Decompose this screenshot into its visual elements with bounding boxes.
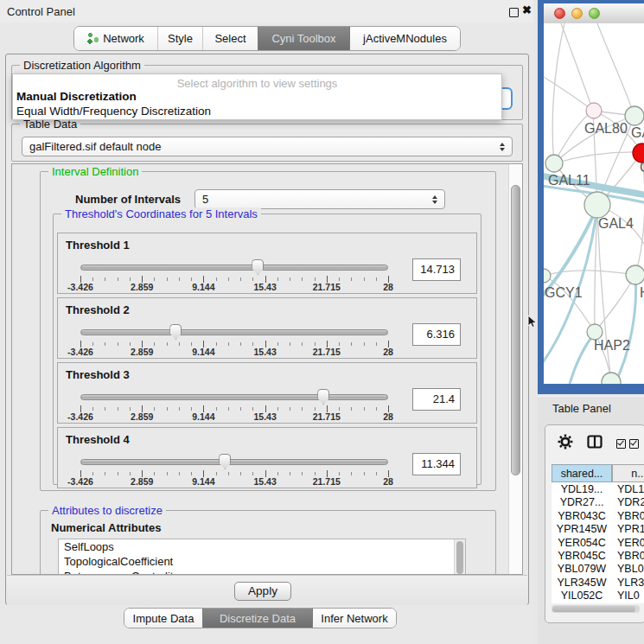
tab-jactivemnodules[interactable]: jActiveMNodules	[349, 27, 460, 50]
slider-track[interactable]	[80, 459, 388, 465]
gear-icon[interactable]	[558, 434, 573, 450]
minimize-window-button[interactable]	[571, 8, 583, 19]
numerical-attributes-list[interactable]: SelfLoopsTopologicalCoefficientBetweenne…	[58, 539, 466, 575]
threshold-slider[interactable]	[80, 329, 388, 336]
spinner-arrows-icon	[500, 143, 505, 151]
node-gal4[interactable]	[584, 192, 610, 218]
cell-name[interactable]: YPR1	[612, 523, 644, 536]
node-top-right[interactable]	[625, 106, 644, 125]
table-row[interactable]: YLR345WYLR3	[552, 577, 644, 590]
slider-thumb[interactable]	[169, 324, 182, 340]
tick-label: -3.426	[67, 476, 93, 487]
tick-label: 2.859	[131, 411, 153, 422]
interval-definition-label: Interval Definition	[48, 165, 142, 178]
algorithm-option-equal-width[interactable]: Equal Width/Frequency Discretization	[16, 105, 211, 118]
tick-label: 28	[383, 476, 393, 487]
zoom-window-button[interactable]	[589, 8, 600, 19]
network-canvas[interactable]: GAL80GACGAL11GAL4GCY1HHAP2	[544, 23, 644, 384]
tick-label: 15.43	[253, 347, 276, 357]
threshold-value-box[interactable]: 6.316	[412, 323, 461, 346]
table-row[interactable]: YBR043CYBR0	[552, 510, 644, 523]
table-data-select[interactable]: galFiltered.sif default node	[22, 137, 513, 156]
slider-track[interactable]	[80, 394, 388, 400]
cell-shared-name[interactable]: YDL19...	[552, 483, 612, 496]
tab-label: Cyni Toolbox	[271, 32, 335, 45]
slider-thumb[interactable]	[252, 259, 264, 275]
cell-name[interactable]: YER0	[612, 537, 644, 550]
cell-shared-name[interactable]: YBR045C	[552, 550, 612, 563]
column-header-name[interactable]: n...	[612, 464, 644, 482]
cell-name[interactable]: YBR0	[612, 550, 644, 563]
algorithm-option-manual[interactable]: Manual Discretization	[16, 90, 137, 103]
node-gcy1[interactable]	[544, 269, 551, 283]
cell-shared-name[interactable]: YER054C	[552, 537, 612, 550]
tab-cyni-toolbox[interactable]: Cyni Toolbox	[258, 27, 349, 50]
slider-thumb[interactable]	[317, 389, 329, 405]
cell-name[interactable]: YBL0	[612, 563, 644, 576]
cell-name[interactable]: YDR2	[612, 496, 644, 509]
table-row[interactable]: YER054CYER0	[552, 537, 644, 550]
attributes-scrollbar[interactable]	[454, 539, 465, 575]
table-row[interactable]: YDR27...YDR2	[552, 496, 644, 509]
checkbox-icon[interactable]	[616, 439, 626, 449]
threshold-slider[interactable]	[80, 459, 388, 466]
close-window-button[interactable]	[554, 8, 565, 19]
table-row[interactable]: YDL19...YDL1	[552, 483, 644, 496]
threshold-slider[interactable]	[80, 265, 388, 271]
table-horizontal-scrollbar[interactable]	[552, 605, 640, 613]
close-panel-icon[interactable]: ✖	[522, 3, 532, 16]
slider-thumb[interactable]	[219, 454, 231, 469]
cell-name[interactable]: YDL1	[612, 483, 644, 496]
cell-shared-name[interactable]: YBR043C	[552, 510, 612, 523]
tab-discretize-data[interactable]: Discretize Data	[202, 609, 312, 628]
number-of-intervals-select[interactable]: 5	[194, 189, 445, 209]
table-row[interactable]: YIL052CYIL0	[552, 590, 644, 603]
node-gal80[interactable]	[586, 103, 602, 118]
settings-scrollbar-thumb[interactable]	[511, 185, 520, 475]
threshold-slider[interactable]	[80, 394, 388, 401]
table-row[interactable]: YBR045CYBR0	[552, 550, 644, 563]
tab-network[interactable]: Network	[74, 27, 157, 50]
attribute-item-topologicalcoefficient[interactable]: TopologicalCoefficient	[59, 554, 465, 569]
table-scrollbar-thumb[interactable]	[552, 606, 635, 612]
float-panel-icon[interactable]	[509, 8, 519, 17]
cell-name[interactable]: YLR3	[612, 577, 644, 590]
checkbox-icon[interactable]	[629, 439, 639, 449]
tab-label: Infer Network	[321, 612, 387, 625]
cell-shared-name[interactable]: YLR345W	[552, 577, 612, 590]
threshold-value-box[interactable]: 21.4	[412, 388, 461, 411]
attributes-scrollbar-thumb[interactable]	[456, 541, 463, 574]
column-header-shared-name[interactable]: shared...	[552, 464, 612, 482]
attribute-item-betweennesscentrality[interactable]: BetweennessCentrality	[59, 569, 465, 575]
cyni-toolbox-panel: Discretization Algorithm Select algorith…	[5, 54, 529, 605]
cell-shared-name[interactable]: YPR145W	[552, 523, 612, 536]
node-label-gal4: GAL4	[598, 216, 634, 231]
cell-shared-name[interactable]: YBL079W	[552, 563, 612, 576]
threshold-value-box[interactable]: 11.344	[412, 453, 461, 475]
cyni-bottom-tabs: Impute DataDiscretize DataInfer Network	[124, 608, 397, 628]
number-of-intervals-value: 5	[202, 193, 208, 206]
tab-infer-network[interactable]: Infer Network	[312, 609, 396, 628]
tab-style[interactable]: Style	[157, 27, 202, 50]
node-gal11[interactable]	[545, 155, 563, 172]
network-window-titlebar[interactable]	[544, 3, 644, 24]
cell-name[interactable]: YIL0	[612, 590, 640, 603]
control-panel-tabs: NetworkStyleSelectCyni ToolboxjActiveMNo…	[73, 26, 461, 51]
threshold-value-box[interactable]: 14.713	[412, 258, 461, 281]
slider-track[interactable]	[80, 265, 388, 271]
cell-shared-name[interactable]: YDR27...	[552, 496, 612, 509]
tab-select[interactable]: Select	[202, 27, 258, 50]
cell-name[interactable]: YBR0	[612, 510, 644, 523]
slider-track[interactable]	[80, 329, 388, 335]
split-columns-icon[interactable]	[587, 435, 603, 449]
tab-impute-data[interactable]: Impute Data	[124, 609, 202, 628]
settings-scrollbar[interactable]	[508, 164, 522, 574]
apply-button[interactable]: Apply	[234, 582, 291, 601]
threshold-label: Threshold 1	[66, 239, 130, 252]
node-right-h[interactable]	[626, 265, 644, 284]
attribute-item-selfloops[interactable]: SelfLoops	[59, 539, 465, 554]
table-row[interactable]: YPR145WYPR1	[552, 523, 644, 536]
slider-tick-labels: -3.4262.8599.14415.4321.71528	[80, 411, 388, 422]
table-row[interactable]: YBL079WYBL0	[552, 563, 644, 576]
cell-shared-name[interactable]: YIL052C	[552, 590, 612, 603]
